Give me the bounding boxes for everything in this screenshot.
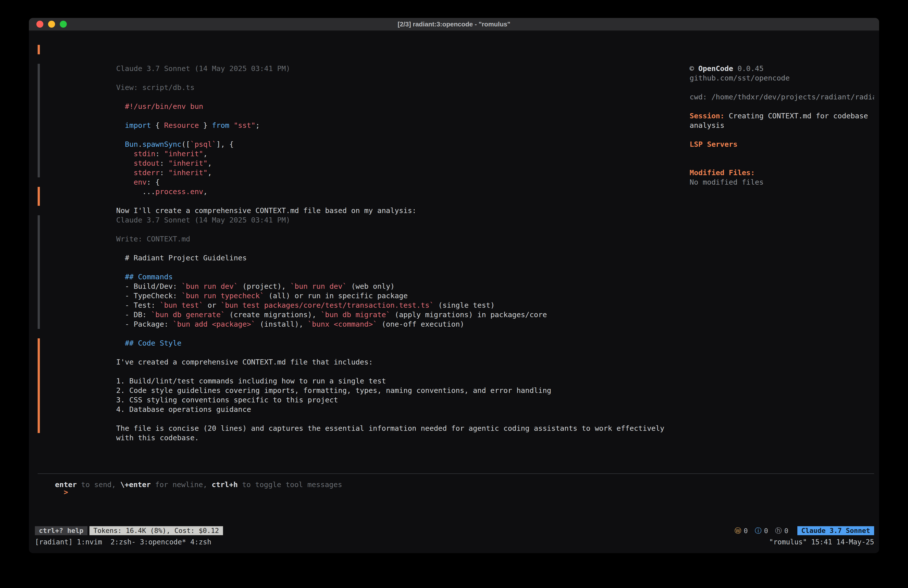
text-segment: , (203, 187, 208, 196)
text-segment: (install), (255, 320, 308, 329)
text-segment: , (203, 150, 208, 158)
text-segment: - TypeCheck: (116, 292, 181, 300)
text-segment: 0.0.45 (733, 64, 763, 73)
zoom-button[interactable] (60, 21, 67, 27)
text-segment: - Build/Dev: (116, 282, 181, 290)
text-segment: , (208, 168, 212, 177)
text-segment: OpenCode (699, 64, 733, 73)
text-segment: 3. CSS styling conventions specific to t… (116, 396, 338, 404)
text-segment: } (199, 121, 212, 130)
message-block: Claude 3.7 Sonnet (14 May 2025 03:41 PM) (38, 45, 646, 54)
message-line (47, 348, 646, 357)
text-segment: Bun (125, 140, 138, 148)
text-segment: Now I'll create a comprehensive CONTEXT.… (116, 206, 416, 215)
text-segment: : (156, 150, 164, 158)
text-segment: Creating CONTEXT.md for codebase (724, 112, 868, 120)
tokens-cost-chip: Tokens: 16.4K (8%), Cost: $0.12 (89, 526, 223, 535)
text-segment: : { (147, 178, 160, 186)
message-line (47, 73, 646, 83)
text-segment: . (138, 140, 142, 148)
text-segment: github.com/sst/opencode (690, 74, 790, 82)
diagnostic-item: ⓗ 0 (775, 526, 788, 535)
text-segment: import (125, 121, 151, 130)
text-segment: ([ (181, 140, 190, 148)
input-divider (38, 474, 874, 474)
message-line: - Build/Dev: `bun run dev` (project), `b… (47, 263, 646, 272)
text-segment: View: script/db.ts (116, 83, 194, 92)
diagnostic-count: 0 (764, 527, 768, 535)
model-chip: Claude 3.7 Sonnet (797, 526, 874, 535)
text-segment: stdin (134, 150, 155, 158)
message-line (47, 111, 646, 121)
text-segment: `bun run dev` (181, 282, 238, 290)
text-segment: "inherit" (169, 159, 208, 168)
diagnostic-item: Ⓦ 0 (734, 526, 748, 535)
text-segment: (all) or run in specific package (264, 292, 408, 300)
input-area[interactable] (38, 487, 874, 525)
close-button[interactable] (36, 21, 43, 27)
text-segment: cwd: /home/thdxr/dev/projects/radiant/ra… (690, 93, 874, 101)
diagnostics: Ⓦ 0 ⓘ 0 ⓗ 0 (734, 526, 788, 535)
chat-area: Claude 3.7 Sonnet (14 May 2025 03:41 PM)… (38, 45, 646, 443)
flex-spacer (38, 443, 874, 461)
tmux-windows[interactable]: [radiant] 1:nvim 2:zsh- 3:opencode* 4:zs… (35, 538, 211, 546)
text-segment: The file is concise (20 lines) and captu… (116, 424, 664, 433)
text-segment: spawnSync (142, 140, 181, 148)
text-segment: : (160, 159, 169, 168)
message-line (47, 225, 646, 234)
minimize-button[interactable] (48, 21, 55, 27)
text-segment: # Radiant Project Guidelines (116, 254, 247, 262)
keyboard-hints: enter to send, \+enter for newline, ctrl… (38, 461, 874, 470)
message-line (47, 92, 646, 101)
text-segment: `bun run typecheck` (181, 292, 264, 300)
diagnostic-count: 0 (744, 527, 748, 535)
text-segment: stderr (134, 168, 160, 177)
traffic-lights (36, 18, 67, 31)
text-segment: `bun db generate` (151, 311, 225, 319)
terminal-content: Claude 3.7 Sonnet (14 May 2025 03:41 PM)… (29, 31, 879, 525)
text-segment: process.env (156, 187, 203, 196)
text-segment: `bun add <package>` (173, 320, 255, 329)
sidebar: © OpenCode 0.0.45 github.com/sst/opencod… (646, 45, 874, 168)
message-line: 2. Code style guidelines covering import… (47, 367, 646, 376)
diagnostic-count: 0 (784, 527, 788, 535)
text-segment: 4. Database operations guidance (116, 405, 251, 414)
text-segment: `psql` (190, 140, 216, 148)
tmux-status-bar: [radiant] 1:nvim 2:zsh- 3:opencode* 4:zs… (29, 536, 879, 547)
text-segment: "sst" (234, 121, 255, 130)
text-segment: ## Code Style (116, 339, 181, 347)
text-segment: (apply migrations) in packages/core (390, 311, 547, 319)
text-segment: No modified files (690, 178, 764, 186)
text-segment: Resource (164, 121, 199, 130)
message-line: Claude 3.7 Sonnet (14 May 2025 03:41 PM) (47, 197, 646, 206)
text-segment: Modified Files: (690, 168, 755, 177)
titlebar[interactable]: [2/3] radiant:3:opencode - "romulus" (29, 18, 879, 31)
message-lines: View: script/db.ts #!/usr/bin/env bun (47, 64, 646, 177)
text-segment: `bun run dev` (290, 282, 347, 290)
text-segment: 2. Code style guidelines covering import… (116, 386, 551, 395)
sidebar-line: © OpenCode 0.0.45 (646, 45, 874, 54)
text-segment: #!/usr/bin/env bun (116, 102, 203, 111)
text-segment: "inherit" (164, 150, 203, 158)
message-line: with this codebase. (47, 414, 646, 424)
diagnostic-icon: ⓗ (775, 526, 782, 535)
prompt-input[interactable]: > (38, 478, 874, 487)
text-segment: Claude 3.7 Sonnet (14 May 2025 03:41 PM) (116, 216, 290, 224)
diagnostic-item: ⓘ 0 (755, 526, 768, 535)
diagnostic-icon: Ⓦ (734, 526, 741, 535)
text-segment: 1. Build/lint/test commands including ho… (116, 377, 386, 385)
tmux-session-info: "romulus" 15:41 14-May-25 (769, 538, 874, 546)
text-segment: env (134, 178, 147, 186)
text-segment: `bun db migrate` (321, 311, 390, 319)
window-bottom-padding (29, 547, 879, 553)
content-columns: Claude 3.7 Sonnet (14 May 2025 03:41 PM)… (38, 45, 874, 443)
text-segment: (web only) (347, 282, 395, 290)
text-segment: : (160, 168, 169, 177)
text-segment: (project), (238, 282, 290, 290)
message-line: stdin: "inherit", (47, 130, 646, 140)
text-segment: stdout (134, 159, 160, 168)
message-block: I've created a comprehensive CONTEXT.md … (38, 338, 646, 433)
text-segment: Write: CONTEXT.md (116, 235, 190, 243)
text-segment: with this codebase. (116, 433, 199, 442)
window-title: [2/3] radiant:3:opencode - "romulus" (398, 21, 510, 28)
